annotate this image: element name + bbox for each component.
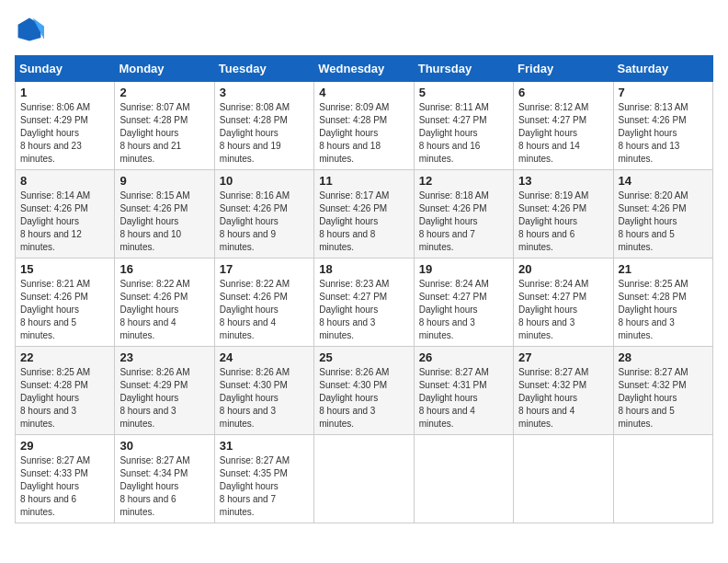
calendar-cell: 18 Sunrise: 8:23 AMSunset: 4:27 PMDaylig…	[314, 259, 414, 347]
calendar-cell: 29 Sunrise: 8:27 AMSunset: 4:33 PMDaylig…	[16, 435, 115, 523]
day-info: Sunrise: 8:25 AMSunset: 4:28 PMDaylight …	[619, 279, 688, 340]
day-info: Sunrise: 8:27 AMSunset: 4:32 PMDaylight …	[619, 367, 688, 429]
day-number: 13	[518, 174, 608, 188]
day-number: 23	[119, 350, 209, 364]
calendar-cell: 27 Sunrise: 8:27 AMSunset: 4:32 PMDaylig…	[514, 347, 613, 435]
day-info: Sunrise: 8:24 AMSunset: 4:27 PMDaylight …	[419, 279, 489, 340]
day-number: 27	[518, 350, 608, 364]
calendar-cell: 21 Sunrise: 8:25 AMSunset: 4:28 PMDaylig…	[613, 259, 712, 347]
day-number: 30	[119, 439, 209, 453]
day-number: 24	[220, 350, 309, 364]
day-info: Sunrise: 8:09 AMSunset: 4:28 PMDaylight …	[319, 102, 389, 164]
calendar-cell: 30 Sunrise: 8:27 AMSunset: 4:34 PMDaylig…	[115, 435, 214, 523]
calendar-cell: 20 Sunrise: 8:24 AMSunset: 4:27 PMDaylig…	[514, 259, 613, 347]
day-info: Sunrise: 8:26 AMSunset: 4:29 PMDaylight …	[119, 367, 189, 429]
calendar-cell: 9 Sunrise: 8:15 AMSunset: 4:26 PMDayligh…	[115, 170, 214, 259]
calendar-cell: 3 Sunrise: 8:08 AMSunset: 4:28 PMDayligh…	[214, 82, 313, 170]
calendar-cell: 23 Sunrise: 8:26 AMSunset: 4:29 PMDaylig…	[115, 347, 214, 435]
day-number: 11	[319, 174, 408, 188]
day-info: Sunrise: 8:27 AMSunset: 4:33 PMDaylight …	[20, 455, 90, 517]
day-info: Sunrise: 8:06 AMSunset: 4:29 PMDaylight …	[20, 102, 90, 164]
calendar-cell	[314, 435, 414, 523]
day-info: Sunrise: 8:27 AMSunset: 4:31 PMDaylight …	[419, 367, 489, 429]
day-number: 22	[20, 350, 109, 364]
day-number: 26	[419, 350, 508, 364]
day-number: 1	[20, 86, 109, 99]
day-info: Sunrise: 8:22 AMSunset: 4:26 PMDaylight …	[119, 279, 189, 340]
day-info: Sunrise: 8:24 AMSunset: 4:27 PMDaylight …	[518, 279, 588, 340]
day-number: 20	[518, 262, 608, 276]
day-number: 18	[319, 262, 408, 276]
day-number: 21	[619, 262, 708, 276]
calendar-cell: 17 Sunrise: 8:22 AMSunset: 4:26 PMDaylig…	[214, 259, 313, 347]
day-info: Sunrise: 8:23 AMSunset: 4:27 PMDaylight …	[319, 279, 389, 340]
day-info: Sunrise: 8:27 AMSunset: 4:34 PMDaylight …	[119, 455, 189, 517]
calendar-week-row: 22 Sunrise: 8:25 AMSunset: 4:28 PMDaylig…	[16, 347, 713, 435]
day-number: 5	[419, 86, 508, 99]
day-number: 15	[20, 262, 109, 276]
calendar-cell: 6 Sunrise: 8:12 AMSunset: 4:27 PMDayligh…	[514, 82, 613, 170]
calendar-cell: 19 Sunrise: 8:24 AMSunset: 4:27 PMDaylig…	[414, 259, 513, 347]
calendar-cell: 10 Sunrise: 8:16 AMSunset: 4:26 PMDaylig…	[214, 170, 313, 259]
calendar-cell: 25 Sunrise: 8:26 AMSunset: 4:30 PMDaylig…	[314, 347, 414, 435]
logo	[15, 15, 48, 44]
day-number: 7	[619, 86, 708, 99]
day-number: 19	[419, 262, 508, 276]
calendar-cell	[613, 435, 712, 523]
calendar-cell: 12 Sunrise: 8:18 AMSunset: 4:26 PMDaylig…	[414, 170, 513, 259]
day-info: Sunrise: 8:17 AMSunset: 4:26 PMDaylight …	[319, 190, 389, 252]
day-of-week-header: Monday	[115, 56, 214, 82]
day-number: 12	[419, 174, 508, 188]
day-info: Sunrise: 8:14 AMSunset: 4:26 PMDaylight …	[20, 190, 90, 252]
day-number: 16	[119, 262, 209, 276]
day-info: Sunrise: 8:13 AMSunset: 4:26 PMDaylight …	[619, 102, 688, 164]
day-number: 14	[619, 174, 708, 188]
calendar-cell: 24 Sunrise: 8:26 AMSunset: 4:30 PMDaylig…	[214, 347, 313, 435]
day-info: Sunrise: 8:26 AMSunset: 4:30 PMDaylight …	[220, 367, 290, 429]
day-info: Sunrise: 8:16 AMSunset: 4:26 PMDaylight …	[220, 190, 290, 252]
day-of-week-header: Tuesday	[214, 56, 313, 82]
calendar-cell: 8 Sunrise: 8:14 AMSunset: 4:26 PMDayligh…	[16, 170, 115, 259]
calendar-week-row: 15 Sunrise: 8:21 AMSunset: 4:26 PMDaylig…	[16, 259, 713, 347]
calendar-week-row: 29 Sunrise: 8:27 AMSunset: 4:33 PMDaylig…	[16, 435, 713, 523]
day-number: 6	[518, 86, 608, 99]
day-info: Sunrise: 8:08 AMSunset: 4:28 PMDaylight …	[220, 102, 290, 164]
page-header	[15, 15, 713, 44]
day-info: Sunrise: 8:11 AMSunset: 4:27 PMDaylight …	[419, 102, 489, 164]
calendar-cell: 11 Sunrise: 8:17 AMSunset: 4:26 PMDaylig…	[314, 170, 414, 259]
calendar-cell: 22 Sunrise: 8:25 AMSunset: 4:28 PMDaylig…	[16, 347, 115, 435]
day-info: Sunrise: 8:25 AMSunset: 4:28 PMDaylight …	[20, 367, 90, 429]
day-number: 3	[220, 86, 309, 99]
day-info: Sunrise: 8:27 AMSunset: 4:32 PMDaylight …	[518, 367, 588, 429]
calendar-week-row: 1 Sunrise: 8:06 AMSunset: 4:29 PMDayligh…	[16, 82, 713, 170]
calendar: SundayMondayTuesdayWednesdayThursdayFrid…	[15, 55, 713, 523]
day-info: Sunrise: 8:20 AMSunset: 4:26 PMDaylight …	[619, 190, 688, 252]
day-info: Sunrise: 8:12 AMSunset: 4:27 PMDaylight …	[518, 102, 588, 164]
calendar-cell: 15 Sunrise: 8:21 AMSunset: 4:26 PMDaylig…	[16, 259, 115, 347]
calendar-cell: 2 Sunrise: 8:07 AMSunset: 4:28 PMDayligh…	[115, 82, 214, 170]
day-number: 25	[319, 350, 408, 364]
calendar-cell: 7 Sunrise: 8:13 AMSunset: 4:26 PMDayligh…	[613, 82, 712, 170]
day-number: 9	[119, 174, 209, 188]
day-info: Sunrise: 8:19 AMSunset: 4:26 PMDaylight …	[518, 190, 588, 252]
calendar-cell: 28 Sunrise: 8:27 AMSunset: 4:32 PMDaylig…	[613, 347, 712, 435]
calendar-cell: 5 Sunrise: 8:11 AMSunset: 4:27 PMDayligh…	[414, 82, 513, 170]
calendar-week-row: 8 Sunrise: 8:14 AMSunset: 4:26 PMDayligh…	[16, 170, 713, 259]
day-of-week-header: Saturday	[613, 56, 712, 82]
day-of-week-header: Sunday	[16, 56, 115, 82]
day-number: 29	[20, 439, 109, 453]
calendar-cell: 13 Sunrise: 8:19 AMSunset: 4:26 PMDaylig…	[514, 170, 613, 259]
day-number: 8	[20, 174, 109, 188]
calendar-cell: 16 Sunrise: 8:22 AMSunset: 4:26 PMDaylig…	[115, 259, 214, 347]
calendar-cell: 4 Sunrise: 8:09 AMSunset: 4:28 PMDayligh…	[314, 82, 414, 170]
calendar-cell	[514, 435, 613, 523]
day-info: Sunrise: 8:27 AMSunset: 4:35 PMDaylight …	[220, 455, 290, 517]
day-of-week-header: Thursday	[414, 56, 513, 82]
day-number: 31	[220, 439, 309, 453]
day-info: Sunrise: 8:22 AMSunset: 4:26 PMDaylight …	[220, 279, 290, 340]
calendar-cell: 31 Sunrise: 8:27 AMSunset: 4:35 PMDaylig…	[214, 435, 313, 523]
day-info: Sunrise: 8:21 AMSunset: 4:26 PMDaylight …	[20, 279, 90, 340]
day-info: Sunrise: 8:18 AMSunset: 4:26 PMDaylight …	[419, 190, 489, 252]
calendar-cell	[414, 435, 513, 523]
calendar-cell: 1 Sunrise: 8:06 AMSunset: 4:29 PMDayligh…	[16, 82, 115, 170]
